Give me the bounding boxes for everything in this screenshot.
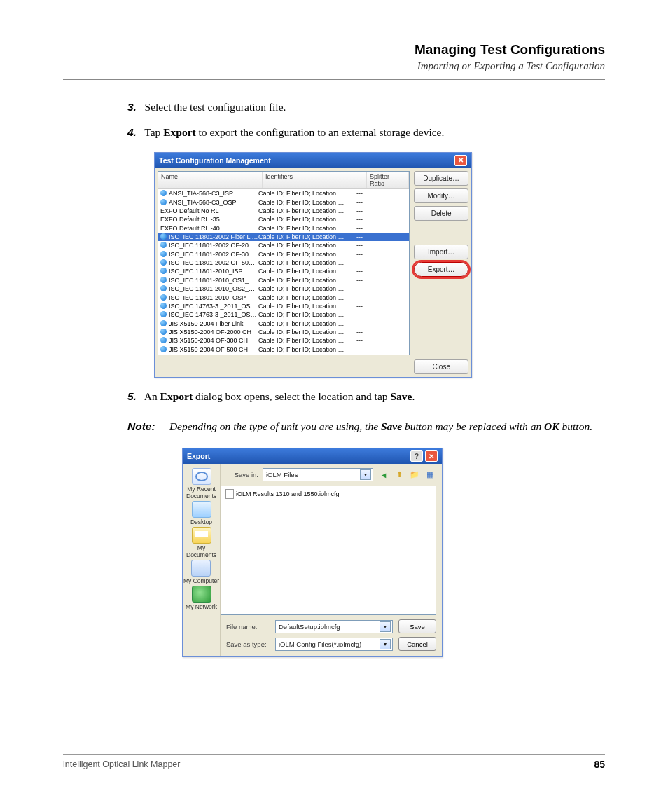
filename-value: DefaultSetup.iolmcfg — [279, 623, 340, 631]
back-icon[interactable]: ◄ — [377, 469, 390, 481]
close-icon[interactable]: ✕ — [425, 450, 438, 462]
step-bold: Export — [163, 126, 196, 138]
chapter-title: Managing Test Configurations — [63, 42, 605, 57]
chevron-down-icon: ▾ — [380, 639, 391, 649]
delete-button[interactable]: Delete — [414, 206, 468, 221]
place-computer[interactable]: My Computer — [183, 560, 219, 584]
close-icon[interactable]: ✕ — [454, 155, 467, 166]
table-row[interactable]: Mod ISO_IEC 11801-2010 Conn …Cable ID; F… — [158, 354, 409, 355]
save-in-value: iOLM Files — [266, 471, 298, 479]
table-row[interactable]: ISO_IEC 11801-2010_OS2_OMxCable ID; Fibe… — [158, 284, 409, 293]
step-number: 5. — [127, 390, 137, 402]
table-row[interactable]: JIS X5150-2004 OF-300 CHCable ID; Fiber … — [158, 336, 409, 345]
places-bar: My Recent Documents Desktop My Documents… — [183, 464, 220, 656]
desktop-icon — [192, 501, 211, 518]
table-row[interactable]: ISO_IEC 11801-2002 OF-2000 CHCable ID; F… — [158, 241, 409, 249]
filetype-combo[interactable]: iOLM Config Files(*.iolmcfg) ▾ — [275, 638, 393, 651]
globe-icon — [160, 251, 167, 257]
globe-icon — [160, 311, 167, 317]
section-title: Importing or Exporting a Test Configurat… — [63, 60, 605, 72]
globe-icon — [160, 242, 167, 248]
table-row[interactable]: ISO_IEC 11801-2002 OF-300 CHCable ID; Fi… — [158, 250, 409, 259]
step-text: to export the configuration to an extern… — [196, 126, 445, 138]
table-row[interactable]: ISO_IEC 11801-2002 Fiber LinkCable ID; F… — [158, 233, 409, 241]
place-documents[interactable]: My Documents — [183, 527, 220, 558]
step-text: Tap — [144, 126, 163, 138]
table-row[interactable]: EXFO Default No RLCable ID; Fiber ID; Lo… — [158, 207, 409, 215]
file-name: iOLM Results 1310 and 1550.iolmcfg — [236, 490, 340, 497]
help-icon[interactable]: ? — [410, 450, 423, 462]
globe-icon — [160, 346, 167, 352]
place-desktop[interactable]: Desktop — [190, 501, 212, 525]
filename-label: File name: — [226, 623, 270, 631]
dialog-title: Test Configuration Management — [159, 156, 271, 165]
step-number: 4. — [127, 126, 137, 138]
globe-icon — [160, 294, 167, 301]
globe-icon — [160, 303, 167, 309]
table-row[interactable]: JIS X5150-2004 OF-500 CHCable ID; Fiber … — [158, 345, 409, 354]
filetype-value: iOLM Config Files(*.iolmcfg) — [279, 640, 361, 648]
step-text: An — [144, 390, 160, 402]
footer-product: intelligent Optical Link Mapper — [63, 759, 180, 769]
step-3: 3. Select the test configuration file. — [127, 98, 605, 116]
table-row[interactable]: ISO_IEC 11801-2010_OSPCable ID; Fiber ID… — [158, 294, 409, 302]
globe-icon — [160, 233, 167, 240]
up-icon[interactable]: ⬆ — [393, 469, 405, 481]
cancel-button[interactable]: Cancel — [398, 637, 436, 651]
documents-icon — [192, 527, 211, 544]
export-button[interactable]: Export… — [414, 262, 468, 277]
table-row[interactable]: EXFO Default RL -40Cable ID; Fiber ID; L… — [158, 224, 409, 233]
save-in-combo[interactable]: iOLM Files ▾ — [263, 468, 373, 481]
modify-button[interactable]: Modify… — [414, 188, 468, 203]
table-row[interactable]: ISO_IEC 14763-3 _2011_OS2_OMxCable ID; F… — [158, 310, 409, 319]
globe-icon — [160, 259, 167, 266]
col-name[interactable]: Name — [158, 172, 263, 189]
table-row[interactable]: ISO_IEC 11801-2010_OS1_OMxCable ID; Fibe… — [158, 276, 409, 284]
table-row[interactable]: JIS X5150-2004 OF-2000 CHCable ID; Fiber… — [158, 328, 409, 336]
note-body: Depending on the type of unit you are us… — [169, 418, 598, 435]
save-button[interactable]: Save — [398, 619, 436, 633]
globe-icon — [160, 199, 167, 205]
globe-icon — [160, 337, 167, 343]
table-row[interactable]: ISO_IEC 14763-3 _2011_OS1_OMxCable ID; F… — [158, 302, 409, 310]
place-recent[interactable]: My Recent Documents — [183, 468, 220, 500]
note-label: Note: — [127, 418, 167, 435]
step-4: 4. Tap Export to export the configuratio… — [127, 123, 605, 142]
file-list[interactable]: iOLM Results 1310 and 1550.iolmcfg — [221, 486, 436, 615]
network-icon — [192, 586, 211, 603]
step-text: Select the test configuration file. — [145, 101, 286, 113]
config-grid[interactable]: Name Identifiers Splitter Ratio ANSI_TIA… — [158, 171, 410, 356]
col-splitter[interactable]: Splitter Ratio — [367, 172, 409, 189]
filename-input[interactable]: DefaultSetup.iolmcfg ▾ — [275, 620, 393, 633]
dialog-titlebar: Test Configuration Management ✕ — [155, 153, 471, 168]
table-row[interactable]: ANSI_TIA-568-C3_OSPCable ID; Fiber ID; L… — [158, 198, 409, 207]
globe-icon — [160, 329, 167, 335]
chevron-down-icon: ▾ — [360, 469, 371, 480]
file-icon — [225, 489, 234, 499]
col-identifiers[interactable]: Identifiers — [263, 172, 367, 189]
step-bold: Export — [160, 390, 193, 402]
place-network[interactable]: My Network — [186, 586, 217, 610]
save-in-label: Save in: — [226, 471, 258, 479]
header-rule — [63, 79, 605, 80]
new-folder-icon[interactable]: 📁 — [408, 469, 421, 481]
note: Note: Depending on the type of unit you … — [127, 418, 605, 435]
export-dialog: Export ? ✕ My Recent Documents Desktop M… — [182, 448, 443, 657]
step-text: . — [412, 390, 415, 402]
import-button[interactable]: Import… — [414, 245, 468, 259]
table-row[interactable]: ANSI_TIA-568-C3_ISPCable ID; Fiber ID; L… — [158, 189, 409, 198]
views-icon[interactable]: ▦ — [424, 469, 436, 481]
table-row[interactable]: ISO_IEC 11801-2010_ISPCable ID; Fiber ID… — [158, 267, 409, 275]
list-item[interactable]: iOLM Results 1310 and 1550.iolmcfg — [225, 489, 431, 499]
table-row[interactable]: ISO_IEC 11801-2002 OF-500 CHCable ID; Fi… — [158, 259, 409, 267]
step-text: dialog box opens, select the location an… — [193, 390, 390, 402]
table-row[interactable]: JIS X5150-2004 Fiber LinkCable ID; Fiber… — [158, 319, 409, 328]
table-row[interactable]: EXFO Default RL -35Cable ID; Fiber ID; L… — [158, 215, 409, 223]
dialog-titlebar: Export ? ✕ — [183, 448, 442, 464]
close-button[interactable]: Close — [414, 359, 468, 374]
globe-icon — [160, 277, 167, 283]
recent-icon — [192, 468, 211, 485]
computer-icon — [191, 560, 211, 577]
globe-icon — [160, 268, 167, 274]
duplicate-button[interactable]: Duplicate… — [414, 171, 468, 186]
